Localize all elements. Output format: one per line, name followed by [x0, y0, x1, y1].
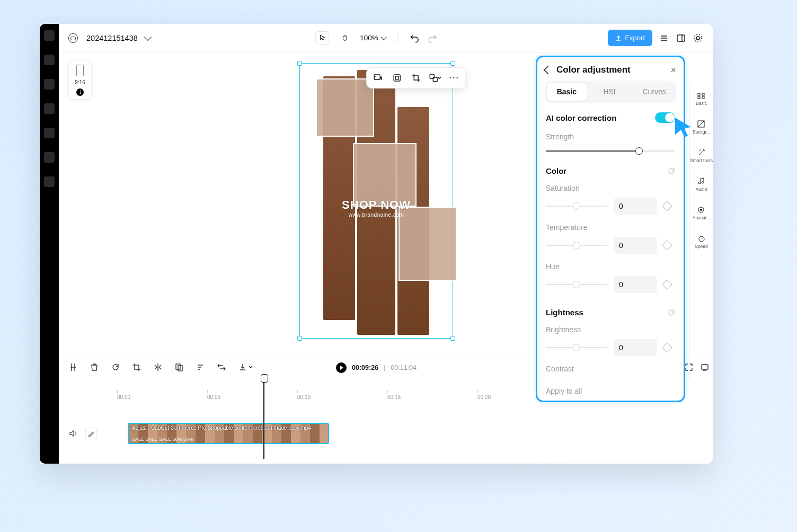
zoom-value: 100%: [360, 34, 378, 42]
export-label: Export: [625, 34, 645, 42]
zoom-dropdown[interactable]: 100%: [360, 34, 386, 42]
crop-button[interactable]: [409, 71, 423, 85]
slider-thumb[interactable]: [573, 242, 580, 249]
crop-timeline-button[interactable]: [132, 362, 141, 372]
canvas-headline: SHOP NOW: [300, 198, 453, 212]
preview-button[interactable]: [700, 362, 710, 372]
export-button[interactable]: Export: [608, 30, 652, 46]
resize-handle-tr[interactable]: [450, 61, 455, 66]
svg-rect-0: [677, 35, 685, 41]
cloud-icon[interactable]: [68, 33, 78, 43]
viewport-tools: 100%: [315, 31, 437, 45]
tick-label: 00:15: [387, 394, 401, 400]
selection-box[interactable]: SHOP NOW www.brandname.com: [299, 63, 453, 339]
settings-button[interactable]: [693, 33, 703, 43]
topbar-right: Export: [608, 30, 703, 46]
tick-label: 00:10: [297, 394, 311, 400]
retry-button[interactable]: [111, 362, 120, 372]
reset-color-button[interactable]: [668, 167, 675, 175]
edit-track-button[interactable]: [85, 428, 97, 439]
download-dropdown[interactable]: [238, 362, 253, 372]
panel-toggle-button[interactable]: [676, 33, 686, 43]
hand-tool-button[interactable]: [338, 31, 351, 45]
svg-rect-13: [702, 96, 704, 99]
resize-handle-tl[interactable]: [297, 61, 302, 66]
video-clip[interactable]: Adjust · CapCut Commerce Pro Shoppable c…: [128, 423, 329, 444]
playhead[interactable]: [263, 374, 264, 459]
temperature-slider[interactable]: [546, 245, 607, 246]
resize-handle-bl[interactable]: [297, 336, 302, 341]
keyframe-button[interactable]: [662, 201, 672, 211]
param-temperature: Temperature 0: [546, 223, 675, 254]
saturation-value[interactable]: 0: [614, 198, 657, 215]
aspect-ratio-card[interactable]: 9:16: [68, 60, 92, 100]
timeline-track: Adjust · CapCut Commerce Pro Shoppable c…: [68, 423, 703, 444]
fullscreen-button[interactable]: [684, 362, 694, 372]
tab-hsl[interactable]: HSL: [591, 83, 631, 101]
keyframe-button[interactable]: [662, 279, 672, 290]
sort-button[interactable]: [196, 362, 205, 372]
slider-thumb[interactable]: [635, 147, 643, 155]
svg-rect-21: [702, 365, 708, 369]
slider-thumb[interactable]: [573, 281, 580, 288]
resize-handle-br[interactable]: [450, 336, 455, 341]
project-name[interactable]: 202412151438: [86, 34, 138, 42]
param-brightness: Brightness 0: [546, 325, 675, 356]
panel-header: Color adjustment ×: [537, 57, 684, 81]
undo-button[interactable]: [410, 33, 419, 43]
keyframe-button[interactable]: [662, 240, 672, 251]
play-button[interactable]: [336, 362, 347, 373]
pointer-tool-button[interactable]: [315, 31, 329, 45]
frame-icon: [392, 73, 402, 83]
rail-item-audio[interactable]: Audio: [696, 172, 707, 197]
download-icon: [238, 362, 247, 372]
aspect-frame-icon: [76, 65, 84, 76]
panel-title: Color adjustment: [556, 65, 631, 75]
slider-thumb[interactable]: [573, 202, 580, 210]
slider-thumb[interactable]: [573, 344, 580, 351]
saturation-slider[interactable]: [546, 206, 607, 207]
duplicate-button[interactable]: [174, 362, 184, 372]
rail-item-speed[interactable]: Speed: [695, 229, 708, 254]
close-button[interactable]: ×: [670, 65, 676, 75]
svg-point-2: [696, 37, 699, 40]
rail-item-animation[interactable]: Animat...: [693, 201, 711, 225]
layers-button[interactable]: [659, 33, 669, 43]
mirror-button[interactable]: [153, 362, 163, 372]
photo-tile: [353, 143, 417, 207]
reverse-button[interactable]: [217, 362, 226, 372]
apply-to-all-button[interactable]: Apply to all: [546, 387, 675, 395]
brightness-value[interactable]: 0: [614, 339, 657, 356]
tab-curves[interactable]: Curves: [634, 83, 674, 101]
ai-color-correction-label: AI color correction: [546, 113, 616, 122]
rail-item-basic[interactable]: Basic: [696, 86, 707, 111]
brightness-slider[interactable]: [546, 347, 607, 348]
project-dropdown-caret-icon[interactable]: [144, 33, 152, 40]
background-icon: [697, 120, 705, 128]
chevron-down-icon: [380, 34, 386, 40]
back-button[interactable]: [544, 66, 553, 75]
temperature-value[interactable]: 0: [614, 237, 657, 254]
tab-basic[interactable]: Basic: [547, 83, 587, 101]
tick-label: 00:20: [477, 394, 491, 400]
hue-slider[interactable]: [546, 284, 607, 285]
stage: 9:16 SHOP NOW www.brandname.com: [40, 52, 713, 358]
delete-button[interactable]: [90, 362, 99, 372]
frame-button[interactable]: [390, 71, 404, 85]
more-button[interactable]: ···: [447, 71, 461, 85]
contrast-label: Contrast: [546, 365, 675, 373]
tutorial-cursor-icon: [672, 116, 695, 139]
strength-slider[interactable]: [546, 150, 675, 152]
rail-label: Smart tools: [690, 158, 713, 163]
swap-button[interactable]: [428, 71, 442, 85]
audio-icon: [697, 177, 706, 185]
replace-media-button[interactable]: [371, 71, 385, 85]
keyframe-button[interactable]: [662, 342, 672, 353]
split-button[interactable]: [68, 362, 78, 372]
reset-lightness-button[interactable]: [668, 309, 675, 316]
hue-value[interactable]: 0: [614, 276, 657, 293]
clip-label: Adjust · CapCut Commerce Pro Shoppable c…: [132, 425, 311, 431]
rail-item-smart-tools[interactable]: Smart tools: [690, 144, 713, 168]
mute-button[interactable]: [68, 429, 78, 438]
redo-button[interactable]: [428, 33, 437, 43]
